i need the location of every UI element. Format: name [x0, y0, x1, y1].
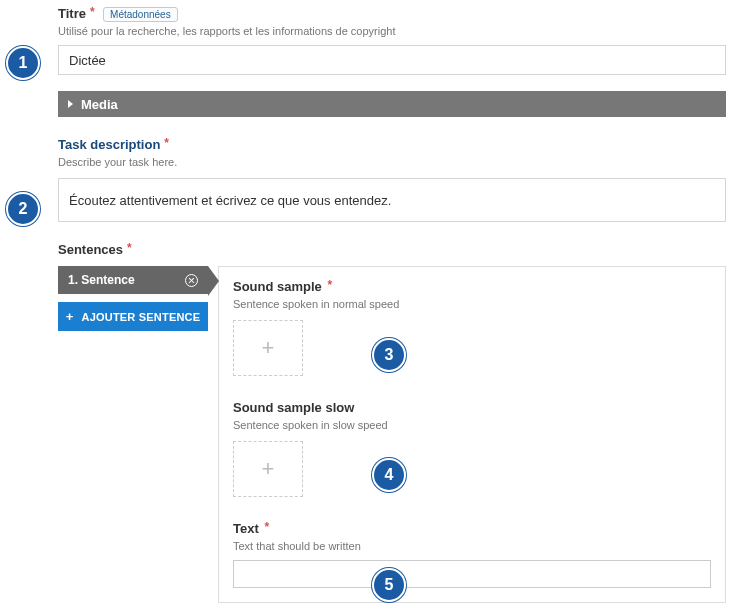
close-icon[interactable] [185, 274, 198, 287]
title-input[interactable] [58, 45, 726, 75]
task-description-label-text: Task description [58, 137, 160, 152]
add-sentence-label: AJOUTER SENTENCE [82, 311, 201, 323]
add-sentence-button[interactable]: + AJOUTER SENTENCE [58, 302, 208, 331]
metadata-button[interactable]: Métadonnées [103, 7, 178, 22]
task-description-value: Écoutez attentivement et écrivez ce que … [69, 193, 391, 208]
sound-sample-slow-upload[interactable]: + [233, 441, 303, 497]
required-asterisk: * [327, 278, 332, 292]
media-accordion-header[interactable]: Media [58, 91, 726, 117]
callout-5: 5 [372, 568, 406, 602]
sentences-label: Sentences * [58, 242, 132, 257]
text-input[interactable] [233, 560, 711, 588]
sound-sample-label: Sound sample * [233, 279, 332, 294]
chevron-right-icon [68, 100, 73, 108]
text-label-text: Text [233, 521, 259, 536]
sound-sample-label-text: Sound sample [233, 279, 322, 294]
sentences-label-text: Sentences [58, 242, 123, 257]
task-description-input[interactable]: Écoutez attentivement et écrivez ce que … [58, 178, 726, 222]
callout-2: 2 [6, 192, 40, 226]
callout-4: 4 [372, 458, 406, 492]
required-asterisk: * [264, 520, 269, 534]
text-label: Text * [233, 521, 269, 536]
sound-sample-upload[interactable]: + [233, 320, 303, 376]
plus-icon: + [66, 310, 74, 323]
media-label: Media [81, 97, 118, 112]
sentence-tab-1[interactable]: 1. Sentence [58, 266, 208, 294]
text-help: Text that should be written [233, 540, 711, 552]
sound-sample-slow-help: Sentence spoken in slow speed [233, 419, 711, 431]
task-description-help: Describe your task here. [58, 156, 726, 168]
title-label: Titre * [58, 6, 95, 21]
sound-sample-slow-label: Sound sample slow [233, 400, 354, 415]
plus-icon: + [262, 335, 275, 361]
title-label-text: Titre [58, 6, 86, 21]
sentence-tab-label: 1. Sentence [68, 273, 135, 287]
title-help: Utilisé pour la recherche, les rapports … [58, 25, 726, 37]
sound-sample-help: Sentence spoken in normal speed [233, 298, 711, 310]
callout-1: 1 [6, 46, 40, 80]
plus-icon: + [262, 456, 275, 482]
required-asterisk: * [164, 136, 169, 150]
sentence-panel: Sound sample * Sentence spoken in normal… [218, 266, 726, 603]
required-asterisk: * [127, 241, 132, 255]
task-description-label: Task description * [58, 137, 169, 152]
callout-3: 3 [372, 338, 406, 372]
required-asterisk: * [90, 5, 95, 19]
